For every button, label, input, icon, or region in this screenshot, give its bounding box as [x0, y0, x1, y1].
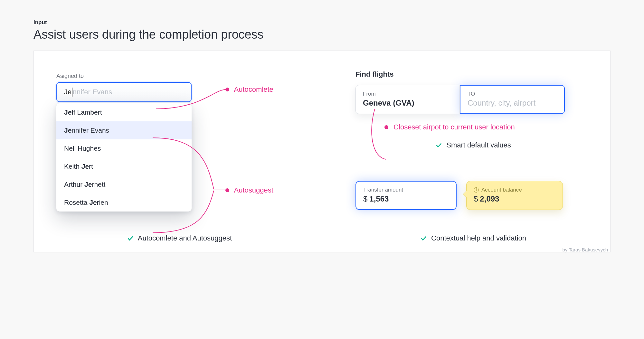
info-icon: i — [474, 187, 479, 193]
balance-tooltip: i Account balance $2,093 — [466, 181, 563, 210]
annotation-closest: Closeset airpot to current user location — [384, 123, 591, 131]
panel-transfer: Transfer amount $1,563 i Account balance… — [322, 159, 610, 252]
assigned-dropdown: Jeff LambertJennifer EvansNell HughesKei… — [56, 103, 192, 212]
balance-label-row: i Account balance — [474, 187, 555, 193]
dropdown-option[interactable]: Nell Hughes — [56, 139, 192, 157]
annotation-closest-text: Closeset airpot to current user location — [393, 123, 515, 131]
annotation-dot-icon — [225, 188, 229, 192]
credit-text: by Taras Bakusevych — [563, 247, 608, 252]
annotation-autocomplete-text: Autocomlete — [234, 85, 273, 93]
dropdown-option[interactable]: Rosetta Jerien — [56, 193, 192, 212]
flights-title: Find flights — [355, 70, 591, 79]
annotation-dot-icon — [384, 125, 388, 129]
caption-smart-defaults-text: Smart default values — [446, 141, 511, 149]
dropdown-option[interactable]: Arthur Jernett — [56, 175, 192, 193]
transfer-amount-value: $1,563 — [363, 194, 449, 203]
page: Input Assist users during the completion… — [0, 0, 644, 252]
dropdown-option[interactable]: Jeff Lambert — [56, 103, 192, 121]
balance-number: 2,093 — [480, 194, 499, 203]
examples-grid: Asigned to Je nnifer Evans Jeff LambertJ… — [33, 51, 611, 252]
transfer-amount-label: Transfer amount — [363, 187, 449, 193]
flight-from-value: Geneva (GVA) — [363, 99, 452, 108]
flight-from-label: From — [363, 91, 452, 97]
caption-contextual: Contextual help and validation — [355, 234, 591, 242]
annotation-dot-icon — [225, 88, 229, 91]
dropdown-option[interactable]: Jennifer Evans — [56, 121, 192, 139]
flight-to-label: TO — [468, 91, 557, 97]
assigned-label: Asigned to — [56, 73, 192, 80]
transfer-row: Transfer amount $1,563 i Account balance… — [355, 181, 574, 210]
panel-flights: Find flights From Geneva (GVA) TO Countr… — [322, 51, 610, 159]
assigned-input[interactable]: Je nnifer Evans — [56, 82, 192, 102]
flight-to-placeholder: Country, city, airport — [468, 99, 557, 108]
check-icon — [420, 235, 427, 242]
text-cursor-icon — [72, 88, 72, 97]
transfer-amount-number: 1,563 — [369, 194, 389, 203]
flight-to-field[interactable]: TO Country, city, airport — [460, 85, 565, 114]
assigned-ghost-text: nnifer Evans — [73, 88, 112, 96]
section-headline: Assist users during the completion proce… — [33, 28, 611, 42]
assigned-field-wrap: Asigned to Je nnifer Evans Jeff LambertJ… — [56, 73, 192, 212]
annotation-autosuggest-text: Autosuggest — [234, 186, 273, 194]
caption-autocomplete: Autocomlete and Autosuggest — [56, 234, 302, 242]
check-icon — [435, 142, 442, 149]
flight-from-field[interactable]: From Geneva (GVA) — [355, 85, 460, 114]
caption-contextual-text: Contextual help and validation — [431, 234, 526, 242]
flights-row: From Geneva (GVA) TO Country, city, airp… — [355, 85, 565, 114]
assigned-typed-text: Je — [64, 88, 71, 96]
annotation-autocomplete: Autocomlete — [225, 85, 273, 94]
caption-autocomplete-text: Autocomlete and Autosuggest — [138, 234, 232, 242]
transfer-amount-field[interactable]: Transfer amount $1,563 — [355, 181, 457, 210]
dropdown-option[interactable]: Keith Jert — [56, 157, 192, 175]
caption-smart-defaults: Smart default values — [355, 141, 591, 149]
section-eyebrow: Input — [33, 19, 611, 26]
annotation-autosuggest: Autosuggest — [225, 186, 273, 194]
currency-symbol: $ — [474, 194, 478, 203]
currency-symbol: $ — [363, 194, 367, 203]
check-icon — [127, 235, 134, 242]
balance-value: $2,093 — [474, 194, 555, 203]
balance-label: Account balance — [481, 187, 522, 193]
panel-autocomplete: Asigned to Je nnifer Evans Jeff LambertJ… — [34, 51, 322, 252]
